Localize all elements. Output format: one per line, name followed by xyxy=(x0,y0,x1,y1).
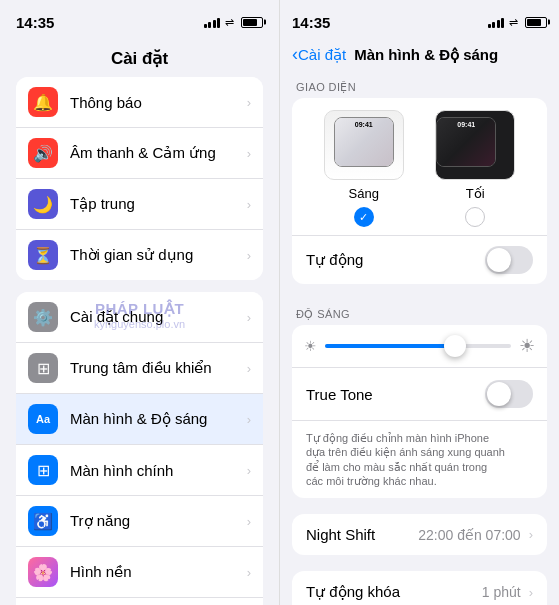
sidebar-item-man-hinh-chinh[interactable]: ⊞ Màn hình chính › xyxy=(16,445,263,496)
theme-option-sang[interactable]: 09:41 Sáng ✓ xyxy=(324,110,404,227)
right-page-title: Màn hình & Độ sáng xyxy=(354,46,498,64)
tap-trung-label: Tập trung xyxy=(70,195,243,213)
sidebar-item-tro-nang[interactable]: ♿ Trợ năng › xyxy=(16,496,263,547)
left-time: 14:35 xyxy=(16,14,54,31)
right-panel: 14:35 ⇌ ‹ Cài đặt Màn hình & Độ sáng xyxy=(279,0,559,605)
chevron-icon: › xyxy=(247,463,251,478)
left-panel: 14:35 ⇌ Cài đặt 🔔 Thông báo xyxy=(0,0,279,605)
true-tone-desc-row: Tự động điều chỉnh màn hình iPhone dựa t… xyxy=(292,420,547,498)
true-tone-description: Tự động điều chỉnh màn hình iPhone dựa t… xyxy=(306,423,506,488)
brightness-row: ☀ ☀ xyxy=(292,325,547,367)
sidebar-item-man-hinh[interactable]: Aa Màn hình & Độ sáng › xyxy=(16,394,263,445)
back-label: Cài đặt xyxy=(298,46,346,64)
sidebar-item-hinh-nen[interactable]: 🌸 Hình nền › xyxy=(16,547,263,598)
battery-icon xyxy=(241,17,263,28)
night-shift-row[interactable]: Night Shift 22:00 đến 07:00 › xyxy=(292,514,547,555)
cai-dat-chung-label: Cài đặt chung xyxy=(70,308,243,326)
toi-screen: 09:41 xyxy=(437,118,495,166)
tu-dong-khoa-chevron: › xyxy=(529,585,533,600)
brightness-slider[interactable] xyxy=(325,344,511,348)
sidebar-item-thong-bao[interactable]: 🔔 Thông báo › xyxy=(16,77,263,128)
thoi-gian-icon: ⏳ xyxy=(28,240,58,270)
night-shift-chevron: › xyxy=(529,527,533,542)
night-shift-value: 22:00 đến 07:00 xyxy=(418,527,520,543)
sun-small-icon: ☀ xyxy=(304,338,317,354)
man-hinh-icon: Aa xyxy=(28,404,58,434)
theme-option-toi[interactable]: 09:41 Tối xyxy=(435,110,515,227)
tro-nang-icon: ♿ xyxy=(28,506,58,536)
trung-tam-label: Trung tâm điều khiển xyxy=(70,359,243,377)
true-tone-thumb xyxy=(487,382,511,406)
right-status-bar: 14:35 ⇌ xyxy=(280,0,559,44)
night-shift-right: 22:00 đến 07:00 › xyxy=(418,527,533,543)
section-notifications: 🔔 Thông báo › 🔊 Âm thanh & Cảm ứng › 🌙 T… xyxy=(16,77,263,280)
night-shift-section: Night Shift 22:00 đến 07:00 › xyxy=(292,514,547,555)
left-status-bar: 14:35 ⇌ xyxy=(0,0,279,44)
tu-dong-row: Tự động xyxy=(292,235,547,284)
tu-dong-thumb xyxy=(487,248,511,272)
chevron-icon: › xyxy=(247,565,251,580)
tu-dong-khoa-right: 1 phút › xyxy=(482,584,533,600)
sidebar-item-cai-dat-chung[interactable]: ⚙️ Cài đặt chung › xyxy=(16,292,263,343)
trung-tam-icon: ⊞ xyxy=(28,353,58,383)
sun-large-icon: ☀ xyxy=(519,335,535,357)
sidebar-item-trung-tam[interactable]: ⊞ Trung tâm điều khiển › xyxy=(16,343,263,394)
sidebar-item-am-thanh[interactable]: 🔊 Âm thanh & Cảm ứng › xyxy=(16,128,263,179)
slider-fill xyxy=(325,344,455,348)
tu-dong-khoa-row[interactable]: Tự động khóa 1 phút › xyxy=(292,571,547,605)
right-battery-icon xyxy=(525,17,547,28)
section-general: ⚙️ Cài đặt chung › ⊞ Trung tâm điều khiể… xyxy=(16,292,263,605)
true-tone-info: True Tone xyxy=(306,386,373,403)
do-sang-header: ĐỘ SÁNG xyxy=(292,300,547,325)
sang-preview: 09:41 xyxy=(324,110,404,180)
left-page-title: Cài đặt xyxy=(0,44,279,77)
am-thanh-label: Âm thanh & Cảm ứng xyxy=(70,144,243,162)
left-status-icons: ⇌ xyxy=(204,16,264,29)
settings-list: 🔔 Thông báo › 🔊 Âm thanh & Cảm ứng › 🌙 T… xyxy=(0,77,279,605)
hinh-nen-icon: 🌸 xyxy=(28,557,58,587)
thoi-gian-label: Thời gian sử dụng xyxy=(70,246,243,264)
tu-dong-khoa-label: Tự động khóa xyxy=(306,583,400,601)
true-tone-label: True Tone xyxy=(306,386,373,403)
tap-trung-icon: 🌙 xyxy=(28,189,58,219)
sang-time: 09:41 xyxy=(355,121,373,128)
sang-screen: 09:41 xyxy=(335,118,393,166)
chevron-icon: › xyxy=(247,361,251,376)
sidebar-item-tap-trung[interactable]: 🌙 Tập trung › xyxy=(16,179,263,230)
chevron-icon: › xyxy=(247,146,251,161)
man-hinh-label: Màn hình & Độ sáng xyxy=(70,410,243,428)
hinh-nen-label: Hình nền xyxy=(70,563,243,581)
sang-phone: 09:41 xyxy=(334,117,394,167)
signal-icon xyxy=(204,16,221,28)
chevron-icon: › xyxy=(247,248,251,263)
slider-thumb xyxy=(444,335,466,357)
lock-section: Tự động khóa 1 phút › Đưa lên để bật xyxy=(292,571,547,605)
right-content: GIAO DIỆN 09:41 Sáng ✓ xyxy=(280,73,559,605)
sidebar-item-siri[interactable]: ◉ Siri & Tìm kiếm › xyxy=(16,598,263,605)
true-tone-row: True Tone xyxy=(292,367,547,420)
sang-check: ✓ xyxy=(354,207,374,227)
right-signal-icon xyxy=(488,16,505,28)
right-wifi-icon: ⇌ xyxy=(509,16,518,29)
back-button[interactable]: ‹ Cài đặt xyxy=(292,44,346,65)
am-thanh-icon: 🔊 xyxy=(28,138,58,168)
chevron-icon: › xyxy=(247,310,251,325)
chevron-icon: › xyxy=(247,514,251,529)
man-hinh-chinh-icon: ⊞ xyxy=(28,455,58,485)
true-tone-toggle[interactable] xyxy=(485,380,533,408)
sidebar-item-thoi-gian[interactable]: ⏳ Thời gian sử dụng › xyxy=(16,230,263,280)
thong-bao-label: Thông báo xyxy=(70,94,243,111)
toi-time: 09:41 xyxy=(457,121,475,128)
giao-dien-section: 09:41 Sáng ✓ 09:41 xyxy=(292,98,547,284)
tu-dong-toggle[interactable] xyxy=(485,246,533,274)
man-hinh-chinh-label: Màn hình chính xyxy=(70,462,243,479)
chevron-icon: › xyxy=(247,197,251,212)
thong-bao-icon: 🔔 xyxy=(28,87,58,117)
sang-label: Sáng xyxy=(349,186,379,201)
wifi-icon: ⇌ xyxy=(225,16,234,29)
chevron-icon: › xyxy=(247,95,251,110)
right-status-icons: ⇌ xyxy=(488,16,548,29)
night-shift-label: Night Shift xyxy=(306,526,375,543)
giao-dien-header: GIAO DIỆN xyxy=(292,73,547,98)
cai-dat-chung-icon: ⚙️ xyxy=(28,302,58,332)
